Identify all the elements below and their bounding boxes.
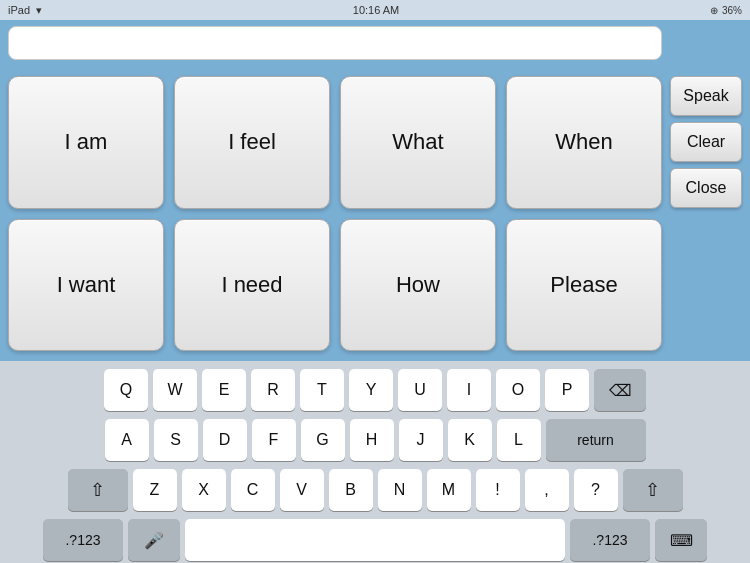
space-key[interactable] bbox=[185, 519, 565, 561]
phrase-btn-how[interactable]: How bbox=[340, 219, 496, 352]
orientation-icon: ⊕ bbox=[710, 5, 718, 16]
wifi-icon: ▾ bbox=[36, 4, 42, 17]
key-z[interactable]: Z bbox=[133, 469, 177, 511]
keyboard-hide-key[interactable] bbox=[655, 519, 707, 561]
keyboard: Q W E R T Y U I O P A S D F G H J K L re… bbox=[0, 361, 750, 563]
key-comma[interactable]: , bbox=[525, 469, 569, 511]
key-t[interactable]: T bbox=[300, 369, 344, 411]
backspace-icon bbox=[609, 381, 632, 400]
key-h[interactable]: H bbox=[350, 419, 394, 461]
phrase-btn-when[interactable]: When bbox=[506, 76, 662, 209]
key-p[interactable]: P bbox=[545, 369, 589, 411]
close-button[interactable]: Close bbox=[670, 168, 742, 208]
phrase-btn-i-am[interactable]: I am bbox=[8, 76, 164, 209]
return-key[interactable]: return bbox=[546, 419, 646, 461]
phrase-btn-i-feel[interactable]: I feel bbox=[174, 76, 330, 209]
phrase-btn-what[interactable]: What bbox=[340, 76, 496, 209]
key-f[interactable]: F bbox=[252, 419, 296, 461]
key-a[interactable]: A bbox=[105, 419, 149, 461]
key-r[interactable]: R bbox=[251, 369, 295, 411]
key-b[interactable]: B bbox=[329, 469, 373, 511]
key-v[interactable]: V bbox=[280, 469, 324, 511]
keyboard-row-1: Q W E R T Y U I O P bbox=[4, 369, 746, 411]
key-n[interactable]: N bbox=[378, 469, 422, 511]
phrase-btn-please[interactable]: Please bbox=[506, 219, 662, 352]
key-i[interactable]: I bbox=[447, 369, 491, 411]
key-question[interactable]: ? bbox=[574, 469, 618, 511]
numbers-left-key[interactable]: .?123 bbox=[43, 519, 123, 561]
phrase-area: I am I feel What When I want I need How … bbox=[0, 66, 750, 361]
key-u[interactable]: U bbox=[398, 369, 442, 411]
key-o[interactable]: O bbox=[496, 369, 540, 411]
phrase-grid: I am I feel What When I want I need How … bbox=[8, 76, 662, 351]
text-input[interactable] bbox=[8, 26, 662, 60]
status-time: 10:16 AM bbox=[353, 4, 399, 16]
key-m[interactable]: M bbox=[427, 469, 471, 511]
shift-right-icon bbox=[645, 479, 660, 501]
key-d[interactable]: D bbox=[203, 419, 247, 461]
keyboard-row-bottom: .?123 .?123 bbox=[4, 519, 746, 561]
phrase-btn-i-need[interactable]: I need bbox=[174, 219, 330, 352]
key-j[interactable]: J bbox=[399, 419, 443, 461]
key-exclaim[interactable]: ! bbox=[476, 469, 520, 511]
key-q[interactable]: Q bbox=[104, 369, 148, 411]
mic-icon bbox=[144, 531, 164, 550]
key-x[interactable]: X bbox=[182, 469, 226, 511]
status-left: iPad ▾ bbox=[8, 4, 42, 17]
keyboard-row-3: Z X C V B N M ! , ? bbox=[4, 469, 746, 511]
input-bar bbox=[0, 20, 750, 66]
speak-button[interactable]: Speak bbox=[670, 76, 742, 116]
key-g[interactable]: G bbox=[301, 419, 345, 461]
key-l[interactable]: L bbox=[497, 419, 541, 461]
ipad-label: iPad bbox=[8, 4, 30, 16]
shift-left-icon bbox=[90, 479, 105, 501]
status-right: ⊕ 36% bbox=[710, 5, 742, 16]
numbers-right-key[interactable]: .?123 bbox=[570, 519, 650, 561]
shift-left-key[interactable] bbox=[68, 469, 128, 511]
key-e[interactable]: E bbox=[202, 369, 246, 411]
key-k[interactable]: K bbox=[448, 419, 492, 461]
key-s[interactable]: S bbox=[154, 419, 198, 461]
delete-key[interactable] bbox=[594, 369, 646, 411]
keyboard-icon bbox=[670, 531, 693, 550]
battery-label: 36% bbox=[722, 5, 742, 16]
key-y[interactable]: Y bbox=[349, 369, 393, 411]
key-w[interactable]: W bbox=[153, 369, 197, 411]
shift-right-key[interactable] bbox=[623, 469, 683, 511]
key-c[interactable]: C bbox=[231, 469, 275, 511]
side-buttons: Speak Clear Close bbox=[670, 76, 742, 351]
status-bar: iPad ▾ 10:16 AM ⊕ 36% bbox=[0, 0, 750, 20]
keyboard-row-2: A S D F G H J K L return bbox=[4, 419, 746, 461]
clear-button[interactable]: Clear bbox=[670, 122, 742, 162]
phrase-btn-i-want[interactable]: I want bbox=[8, 219, 164, 352]
microphone-key[interactable] bbox=[128, 519, 180, 561]
